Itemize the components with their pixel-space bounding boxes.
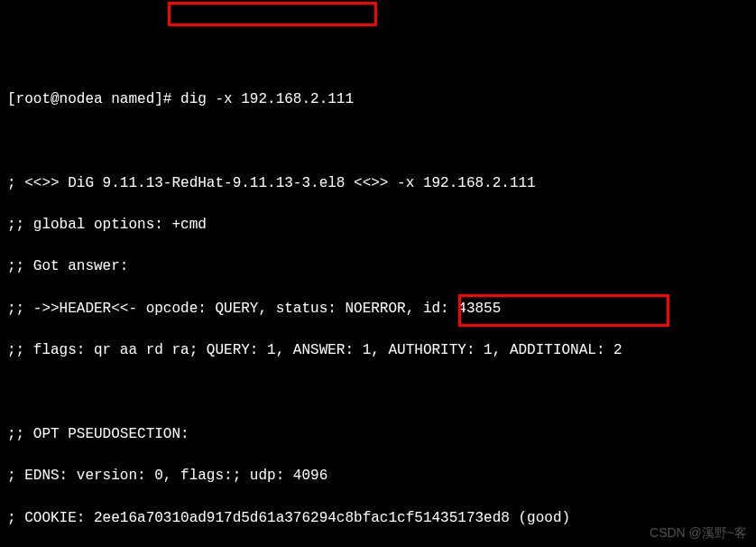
opt-section-title: ;; OPT PSEUDOSECTION: xyxy=(7,424,749,445)
dig-version-line: ; <<>> DiG 9.11.13-RedHat-9.11.13-3.el8 … xyxy=(7,173,749,194)
edns-line: ; EDNS: version: 0, flags:; udp: 4096 xyxy=(7,466,749,487)
flags-line: ;; flags: qr aa rd ra; QUERY: 1, ANSWER:… xyxy=(7,340,749,361)
cookie-line: ; COOKIE: 2ee16a70310ad917d5d61a376294c8… xyxy=(7,508,749,529)
prompt-line: [root@nodea named]# dig -x 192.168.2.111 xyxy=(7,89,749,110)
got-answer-line: ;; Got answer: xyxy=(7,256,749,277)
header-line: ;; ->>HEADER<<- opcode: QUERY, status: N… xyxy=(7,299,749,320)
prompt-user-host: [root@nodea named] xyxy=(7,91,163,107)
watermark: CSDN @溪野~客 xyxy=(650,524,747,542)
global-options-line: ;; global options: +cmd xyxy=(7,215,749,236)
command-text: dig -x 192.168.2.111 xyxy=(180,91,354,107)
prompt-symbol: # xyxy=(163,91,180,107)
highlight-command-box xyxy=(168,2,377,26)
